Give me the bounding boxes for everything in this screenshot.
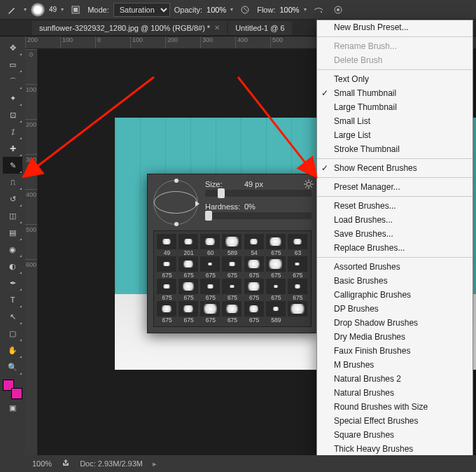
hardness-slider[interactable] bbox=[205, 212, 312, 219]
brush-preset[interactable]: 675 bbox=[266, 279, 286, 301]
menu-item[interactable]: Basic Brushes bbox=[317, 274, 472, 288]
tool-lasso[interactable]: ⌒ bbox=[3, 73, 22, 90]
chevron-down-icon[interactable]: ▾ bbox=[304, 6, 307, 13]
menu-item[interactable]: Special Effect Brushes bbox=[317, 414, 472, 428]
tool-history-brush[interactable]: ↺ bbox=[3, 190, 22, 207]
menu-item[interactable]: Round Brushes with Size bbox=[317, 400, 472, 414]
brush-preset[interactable]: 675 bbox=[266, 256, 286, 279]
menu-item[interactable]: Stroke Thumbnail bbox=[317, 142, 472, 156]
menu-item[interactable]: Show Recent Brushes bbox=[317, 161, 472, 175]
chevron-right-icon[interactable]: ▸ bbox=[153, 459, 157, 468]
menu-item[interactable]: Replace Brushes... bbox=[317, 241, 472, 255]
menu-item[interactable]: Small List bbox=[317, 114, 472, 128]
brush-preset[interactable]: 675 bbox=[200, 256, 220, 279]
close-icon[interactable]: ✕ bbox=[214, 24, 220, 32]
brush-preset[interactable]: 675 bbox=[266, 234, 286, 256]
brush-preset[interactable]: 675 bbox=[157, 301, 177, 324]
quick-mask-icon[interactable]: ▣ bbox=[3, 399, 22, 416]
tool-wand[interactable]: ✦ bbox=[3, 90, 22, 106]
tool-rectangle[interactable]: ▢ bbox=[3, 325, 22, 342]
airbrush-icon[interactable] bbox=[311, 2, 326, 18]
tool-eraser[interactable]: ◫ bbox=[3, 207, 22, 224]
zoom-value[interactable]: 100% bbox=[32, 459, 52, 468]
brush-preset[interactable]: 675 bbox=[200, 279, 220, 301]
size-slider[interactable] bbox=[205, 190, 312, 197]
export-icon[interactable] bbox=[62, 459, 70, 468]
brush-preset[interactable]: 589 bbox=[222, 234, 242, 256]
brush-preset[interactable]: 675 bbox=[222, 301, 242, 324]
menu-item[interactable]: Square Brushes bbox=[317, 428, 472, 442]
brush-preset[interactable]: 675 bbox=[157, 256, 177, 279]
menu-item[interactable]: Text Only bbox=[317, 72, 472, 86]
brush-preset[interactable]: 675 bbox=[222, 256, 242, 279]
hardness-value[interactable]: 0% bbox=[244, 202, 275, 211]
tool-crop[interactable]: ⊡ bbox=[3, 106, 22, 123]
brush-preset[interactable]: 675 bbox=[244, 256, 265, 279]
menu-item[interactable]: Thick Heavy Brushes bbox=[317, 442, 472, 456]
menu-item[interactable]: M Brushes bbox=[317, 358, 472, 372]
tool-type[interactable]: T bbox=[3, 291, 22, 308]
document-tab[interactable]: sunflower-3292932_1280.jpg @ 100% (RGB/8… bbox=[32, 21, 227, 35]
menu-item[interactable]: Reset Brushes... bbox=[317, 199, 472, 213]
menu-item[interactable]: Small Thumbnail bbox=[317, 86, 472, 100]
tool-stamp[interactable]: ⎍ bbox=[3, 174, 22, 190]
tool-gradient[interactable]: ▤ bbox=[3, 224, 22, 241]
brush-preset[interactable]: 49 bbox=[157, 234, 177, 256]
chevron-down-icon[interactable]: ▾ bbox=[230, 6, 233, 13]
brush-preset[interactable]: 675 bbox=[288, 256, 308, 279]
brush-preset[interactable]: 675 bbox=[157, 279, 177, 301]
tool-hand[interactable]: ✋ bbox=[3, 342, 22, 359]
pressure-opacity-icon[interactable] bbox=[237, 2, 253, 18]
brush-preset[interactable]: 54 bbox=[244, 234, 265, 256]
brush-preset[interactable]: 60 bbox=[200, 234, 220, 256]
brush-preset[interactable]: 675 bbox=[200, 301, 220, 324]
color-swatches[interactable] bbox=[3, 380, 22, 399]
menu-item[interactable]: Save Brushes... bbox=[317, 227, 472, 241]
tool-dodge[interactable]: ◐ bbox=[3, 258, 22, 275]
menu-item[interactable]: Calligraphic Brushes bbox=[317, 288, 472, 302]
gear-icon[interactable] bbox=[303, 179, 314, 190]
brush-angle-control[interactable] bbox=[153, 180, 198, 225]
pressure-size-icon[interactable] bbox=[330, 2, 346, 18]
menu-item[interactable]: Dry Media Brushes bbox=[317, 330, 472, 344]
size-value[interactable]: 49 px bbox=[244, 180, 275, 188]
menu-item[interactable]: Load Brushes... bbox=[317, 213, 472, 227]
tool-marquee[interactable]: ▭ bbox=[3, 56, 22, 73]
tool-move[interactable]: ✥ bbox=[3, 39, 22, 56]
brush-preset[interactable]: 675 bbox=[244, 301, 265, 324]
menu-item[interactable]: Drop Shadow Brushes bbox=[317, 316, 472, 330]
tool-pen[interactable]: ✒ bbox=[3, 275, 22, 291]
menu-item[interactable]: Large List bbox=[317, 128, 472, 142]
chevron-down-icon[interactable]: ▾ bbox=[24, 6, 27, 13]
brush-preset[interactable]: 675 bbox=[178, 279, 199, 301]
brush-preset[interactable]: 675 bbox=[178, 301, 199, 324]
tool-zoom[interactable]: 🔍 bbox=[3, 359, 22, 375]
menu-item[interactable]: New Brush Preset... bbox=[317, 20, 472, 34]
menu-item[interactable]: Preset Manager... bbox=[317, 180, 472, 194]
tool-eyedropper-group[interactable]: ⁒ bbox=[3, 123, 22, 140]
menu-item[interactable]: Natural Brushes 2 bbox=[317, 372, 472, 386]
tool-heal[interactable]: ✚ bbox=[3, 140, 22, 157]
brush-preset[interactable] bbox=[288, 301, 308, 324]
brush-preset[interactable]: 675 bbox=[244, 279, 265, 301]
opacity-value[interactable]: 100% bbox=[206, 6, 226, 14]
tool-path-select[interactable]: ↖ bbox=[3, 308, 22, 325]
menu-item[interactable]: DP Brushes bbox=[317, 302, 472, 316]
chevron-down-icon[interactable]: ▾ bbox=[61, 6, 64, 13]
tool-blur[interactable]: ◉ bbox=[3, 241, 22, 258]
tool-brush[interactable]: ✎ bbox=[3, 157, 22, 174]
flow-value[interactable]: 100% bbox=[279, 6, 299, 14]
brush-preset[interactable]: 675 bbox=[288, 279, 308, 301]
brush-preview-swatch[interactable] bbox=[31, 3, 45, 17]
mode-select[interactable]: Saturation bbox=[113, 3, 170, 17]
brush-preset[interactable]: 675 bbox=[222, 279, 242, 301]
brush-preset[interactable]: 63 bbox=[288, 234, 308, 256]
menu-item[interactable]: Assorted Brushes bbox=[317, 260, 472, 274]
brush-preset[interactable]: 589 bbox=[266, 301, 286, 324]
menu-item[interactable]: Natural Brushes bbox=[317, 386, 472, 400]
document-tab[interactable]: Untitled-1 @ 6 bbox=[228, 21, 291, 35]
menu-item[interactable]: Faux Finish Brushes bbox=[317, 344, 472, 358]
brush-settings-icon[interactable] bbox=[68, 2, 83, 18]
brush-preset[interactable]: 201 bbox=[178, 234, 199, 256]
brush-preset[interactable]: 675 bbox=[178, 256, 199, 279]
